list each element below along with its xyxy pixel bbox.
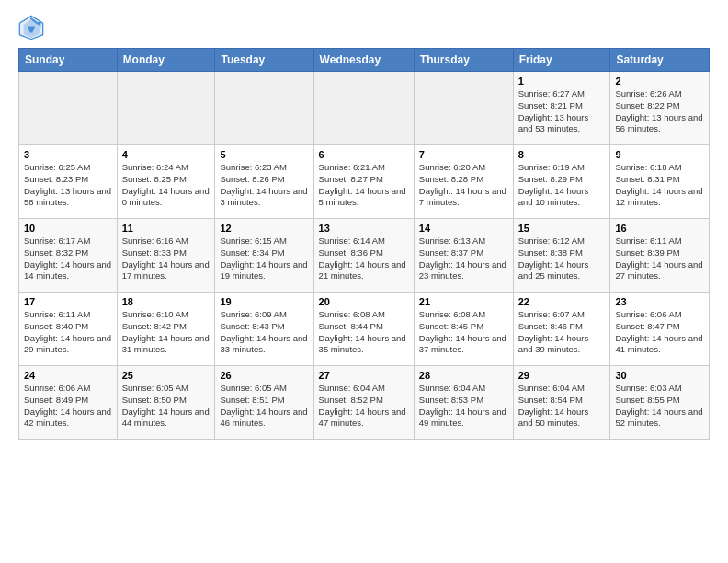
day-cell: 30Sunrise: 6:03 AMSunset: 8:55 PMDayligh…: [610, 366, 710, 440]
day-cell: 22Sunrise: 6:07 AMSunset: 8:46 PMDayligh…: [513, 293, 610, 366]
day-number: 18: [122, 296, 210, 307]
day-info: Sunrise: 6:11 AMSunset: 8:39 PMDaylight:…: [615, 236, 704, 282]
day-cell: [215, 72, 313, 145]
day-number: 20: [319, 296, 409, 307]
day-number: 28: [419, 370, 508, 381]
day-number: 25: [122, 370, 210, 381]
day-number: 9: [615, 149, 704, 160]
day-number: 11: [122, 223, 210, 234]
week-row-5: 24Sunrise: 6:06 AMSunset: 8:49 PMDayligh…: [19, 366, 710, 440]
day-cell: 10Sunrise: 6:17 AMSunset: 8:32 PMDayligh…: [19, 219, 118, 293]
day-cell: 24Sunrise: 6:06 AMSunset: 8:49 PMDayligh…: [19, 366, 118, 440]
day-number: 14: [419, 223, 508, 234]
day-info: Sunrise: 6:11 AMSunset: 8:40 PMDaylight:…: [24, 309, 112, 356]
week-row-2: 3Sunrise: 6:25 AMSunset: 8:23 PMDaylight…: [19, 145, 710, 219]
day-info: Sunrise: 6:09 AMSunset: 8:43 PMDaylight:…: [220, 309, 308, 356]
day-cell: [117, 72, 215, 145]
day-cell: 17Sunrise: 6:11 AMSunset: 8:40 PMDayligh…: [19, 293, 118, 366]
day-number: 23: [615, 296, 704, 307]
day-info: Sunrise: 6:24 AMSunset: 8:25 PMDaylight:…: [122, 162, 210, 209]
day-number: 21: [419, 296, 508, 307]
day-number: 2: [615, 75, 704, 86]
main-container: SundayMondayTuesdayWednesdayThursdayFrid…: [0, 0, 728, 449]
day-info: Sunrise: 6:07 AMSunset: 8:46 PMDaylight:…: [518, 309, 606, 356]
day-cell: 27Sunrise: 6:04 AMSunset: 8:52 PMDayligh…: [313, 366, 414, 440]
day-cell: [313, 72, 414, 145]
week-row-3: 10Sunrise: 6:17 AMSunset: 8:32 PMDayligh…: [19, 219, 710, 293]
day-cell: 20Sunrise: 6:08 AMSunset: 8:44 PMDayligh…: [313, 293, 414, 366]
day-cell: [19, 72, 118, 145]
day-cell: 23Sunrise: 6:06 AMSunset: 8:47 PMDayligh…: [610, 293, 710, 366]
day-number: 26: [220, 370, 308, 381]
day-cell: 18Sunrise: 6:10 AMSunset: 8:42 PMDayligh…: [117, 293, 215, 366]
day-cell: 3Sunrise: 6:25 AMSunset: 8:23 PMDaylight…: [19, 145, 118, 219]
day-cell: 13Sunrise: 6:14 AMSunset: 8:36 PMDayligh…: [313, 219, 414, 293]
day-cell: 15Sunrise: 6:12 AMSunset: 8:38 PMDayligh…: [513, 219, 610, 293]
weekday-thursday: Thursday: [414, 49, 513, 72]
day-info: Sunrise: 6:19 AMSunset: 8:29 PMDaylight:…: [518, 162, 606, 209]
day-info: Sunrise: 6:17 AMSunset: 8:32 PMDaylight:…: [24, 236, 112, 282]
day-number: 29: [518, 370, 606, 381]
day-number: 5: [220, 149, 308, 160]
week-row-4: 17Sunrise: 6:11 AMSunset: 8:40 PMDayligh…: [19, 293, 710, 366]
logo-icon: [18, 15, 44, 40]
weekday-wednesday: Wednesday: [313, 49, 414, 72]
header: [18, 15, 710, 40]
day-cell: 26Sunrise: 6:05 AMSunset: 8:51 PMDayligh…: [215, 366, 313, 440]
day-info: Sunrise: 6:08 AMSunset: 8:44 PMDaylight:…: [319, 309, 409, 356]
day-cell: 8Sunrise: 6:19 AMSunset: 8:29 PMDaylight…: [513, 145, 610, 219]
weekday-tuesday: Tuesday: [215, 49, 313, 72]
day-number: 22: [518, 296, 606, 307]
day-cell: 11Sunrise: 6:16 AMSunset: 8:33 PMDayligh…: [117, 219, 215, 293]
day-cell: 12Sunrise: 6:15 AMSunset: 8:34 PMDayligh…: [215, 219, 313, 293]
day-number: 8: [518, 149, 606, 160]
day-number: 1: [518, 75, 606, 86]
day-info: Sunrise: 6:16 AMSunset: 8:33 PMDaylight:…: [122, 236, 210, 282]
day-cell: 6Sunrise: 6:21 AMSunset: 8:27 PMDaylight…: [313, 145, 414, 219]
day-cell: 4Sunrise: 6:24 AMSunset: 8:25 PMDaylight…: [117, 145, 215, 219]
day-info: Sunrise: 6:27 AMSunset: 8:21 PMDaylight:…: [518, 88, 606, 135]
day-cell: 5Sunrise: 6:23 AMSunset: 8:26 PMDaylight…: [215, 145, 313, 219]
day-cell: 21Sunrise: 6:08 AMSunset: 8:45 PMDayligh…: [414, 293, 513, 366]
day-number: 30: [615, 370, 704, 381]
day-cell: 25Sunrise: 6:05 AMSunset: 8:50 PMDayligh…: [117, 366, 215, 440]
weekday-friday: Friday: [513, 49, 610, 72]
day-info: Sunrise: 6:06 AMSunset: 8:47 PMDaylight:…: [615, 309, 704, 356]
calendar: SundayMondayTuesdayWednesdayThursdayFrid…: [18, 48, 710, 440]
day-number: 27: [319, 370, 409, 381]
weekday-sunday: Sunday: [19, 49, 118, 72]
day-info: Sunrise: 6:05 AMSunset: 8:51 PMDaylight:…: [220, 383, 308, 430]
logo: [18, 15, 48, 40]
day-info: Sunrise: 6:03 AMSunset: 8:55 PMDaylight:…: [615, 383, 704, 430]
weekday-saturday: Saturday: [610, 49, 710, 72]
day-info: Sunrise: 6:05 AMSunset: 8:50 PMDaylight:…: [122, 383, 210, 430]
day-info: Sunrise: 6:13 AMSunset: 8:37 PMDaylight:…: [419, 236, 508, 282]
day-info: Sunrise: 6:15 AMSunset: 8:34 PMDaylight:…: [220, 236, 308, 282]
day-info: Sunrise: 6:25 AMSunset: 8:23 PMDaylight:…: [24, 162, 112, 209]
day-cell: 7Sunrise: 6:20 AMSunset: 8:28 PMDaylight…: [414, 145, 513, 219]
day-number: 4: [122, 149, 210, 160]
day-number: 17: [24, 296, 112, 307]
day-cell: 9Sunrise: 6:18 AMSunset: 8:31 PMDaylight…: [610, 145, 710, 219]
day-cell: 19Sunrise: 6:09 AMSunset: 8:43 PMDayligh…: [215, 293, 313, 366]
day-info: Sunrise: 6:26 AMSunset: 8:22 PMDaylight:…: [615, 88, 704, 135]
day-info: Sunrise: 6:08 AMSunset: 8:45 PMDaylight:…: [419, 309, 508, 356]
day-info: Sunrise: 6:04 AMSunset: 8:54 PMDaylight:…: [518, 383, 606, 430]
day-number: 24: [24, 370, 112, 381]
day-number: 10: [24, 223, 112, 234]
day-info: Sunrise: 6:23 AMSunset: 8:26 PMDaylight:…: [220, 162, 308, 209]
day-number: 15: [518, 223, 606, 234]
day-number: 12: [220, 223, 308, 234]
day-info: Sunrise: 6:12 AMSunset: 8:38 PMDaylight:…: [518, 236, 606, 282]
day-info: Sunrise: 6:04 AMSunset: 8:52 PMDaylight:…: [319, 383, 409, 430]
day-cell: 14Sunrise: 6:13 AMSunset: 8:37 PMDayligh…: [414, 219, 513, 293]
day-number: 13: [319, 223, 409, 234]
day-cell: 16Sunrise: 6:11 AMSunset: 8:39 PMDayligh…: [610, 219, 710, 293]
day-cell: 2Sunrise: 6:26 AMSunset: 8:22 PMDaylight…: [610, 72, 710, 145]
day-info: Sunrise: 6:06 AMSunset: 8:49 PMDaylight:…: [24, 383, 112, 430]
week-row-1: 1Sunrise: 6:27 AMSunset: 8:21 PMDaylight…: [19, 72, 710, 145]
weekday-monday: Monday: [117, 49, 215, 72]
day-info: Sunrise: 6:14 AMSunset: 8:36 PMDaylight:…: [319, 236, 409, 282]
day-info: Sunrise: 6:04 AMSunset: 8:53 PMDaylight:…: [419, 383, 508, 430]
day-info: Sunrise: 6:10 AMSunset: 8:42 PMDaylight:…: [122, 309, 210, 356]
